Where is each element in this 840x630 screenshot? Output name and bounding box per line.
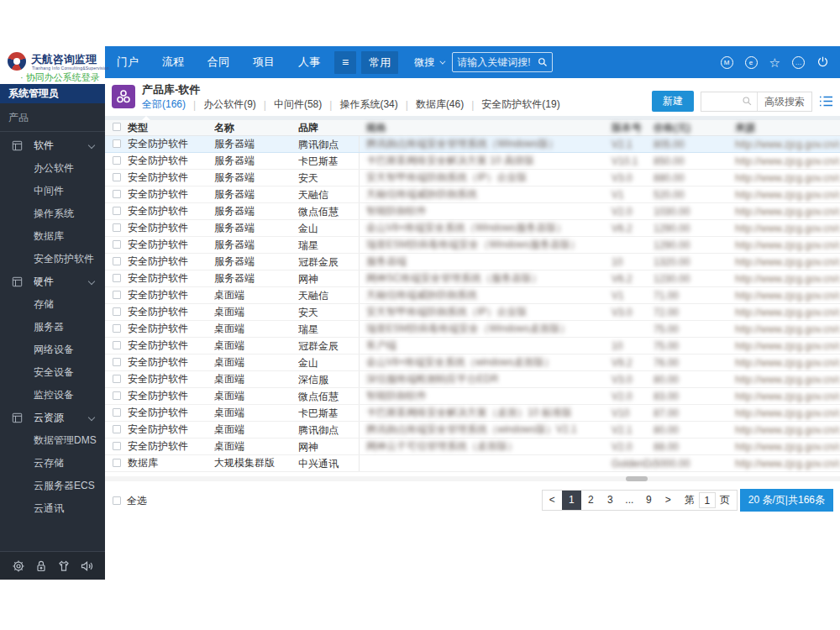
sidebar-item-2-4[interactable]: 安全设备 — [0, 361, 105, 384]
table-row[interactable]: 安全防护软件桌面端深信服深信服终端检测响应平台EDRV3.080.00http:… — [105, 371, 840, 388]
table-row[interactable]: 安全防护软件服务器端金山金山V8+终端安全系统（Windows服务器版）V6.2… — [105, 220, 840, 237]
column-header-7[interactable]: 来源 — [735, 121, 840, 135]
settings-icon[interactable] — [12, 559, 25, 573]
sidebar-item-3-1[interactable]: 数据管理DMS — [0, 429, 105, 452]
table-row[interactable]: 安全防护软件桌面端微点佰慧智能防御软件V2.083.00http://www.z… — [105, 388, 840, 405]
nav-item-4[interactable]: 项目 — [241, 46, 286, 78]
row-checkbox[interactable] — [113, 173, 121, 181]
scrollbar-thumb[interactable] — [626, 476, 648, 481]
table-row[interactable]: 安全防护软件服务器端天融信天融信终端威胁防御系统V1520.00http://w… — [105, 186, 840, 203]
row-checkbox[interactable] — [113, 223, 121, 232]
table-row[interactable]: 安全防护软件桌面端天融信天融信终端威胁防御系统V171.00http://www… — [105, 287, 840, 304]
table-row[interactable]: 安全防护软件桌面端腾讯御点腾讯御点终端安全管理系统（windows版）V2.1V… — [105, 422, 840, 438]
sidebar-item-3-4[interactable]: 云通讯 — [0, 497, 105, 520]
table-row[interactable]: 安全防护软件桌面端瑞星瑞星ESM防病毒终端安全（Windows桌面版）75.00… — [105, 321, 840, 338]
row-checkbox[interactable] — [113, 459, 121, 467]
table-row[interactable]: 安全防护软件服务器端网神网神SC终端安全管理系统（服务器版）V6.21230.0… — [105, 270, 840, 287]
row-checkbox[interactable] — [113, 139, 121, 148]
sidebar-item-1-4[interactable]: 数据库 — [0, 225, 105, 248]
list-view-icon[interactable] — [819, 95, 833, 108]
sidebar-item-1-2[interactable]: 中间件 — [0, 180, 105, 202]
advanced-search-button[interactable]: 高级搜索 — [757, 92, 811, 111]
tab-1[interactable]: 全部(166) — [142, 97, 186, 112]
sidebar-group-1[interactable]: 软件 — [0, 134, 105, 157]
nav-item-5[interactable]: 人事 — [286, 46, 332, 78]
sidebar-item-1-3[interactable]: 操作系统 — [0, 202, 105, 225]
column-header-3[interactable]: 品牌 — [298, 120, 360, 135]
tab-6[interactable]: 安全防护软件(19) — [481, 97, 559, 112]
column-header-5[interactable]: 版本号 — [612, 121, 654, 135]
table-row[interactable]: 安全防护软件服务器端安天安天智甲终端防御系统（IP）企业版V3.0880.00h… — [105, 170, 840, 186]
global-search-input[interactable]: 请输入关键词搜! — [452, 52, 553, 72]
favorites-icon[interactable]: ☆ — [769, 56, 780, 69]
row-checkbox[interactable] — [113, 156, 121, 165]
sidebar-item-2-1[interactable]: 存储 — [0, 293, 105, 316]
pagination-next-button[interactable]: > — [659, 491, 678, 510]
pagination-ellipsis[interactable]: ... — [620, 491, 639, 510]
help-icon[interactable]: e — [745, 56, 758, 69]
jump-page-input[interactable]: 1 — [699, 492, 716, 508]
nav-item-favorites[interactable]: 常用 — [361, 51, 398, 74]
table-row[interactable]: 安全防护软件桌面端网神网神云子可信管理系统（桌面版）V2.088.00http:… — [105, 438, 840, 455]
power-icon[interactable] — [816, 55, 830, 69]
pagination-page-2[interactable]: 2 — [581, 491, 601, 510]
table-row[interactable]: 安全防护软件桌面端卡巴斯基卡巴斯基网络安全解决方案（桌面）10 标准版V1087… — [105, 405, 840, 422]
table-row[interactable]: 安全防护软件服务器端卡巴斯基卡巴斯基网络安全解决方案 10 高级版V10.185… — [105, 153, 840, 170]
tab-5[interactable]: 数据库(46) — [416, 97, 464, 112]
theme-icon[interactable] — [57, 559, 71, 573]
tab-4[interactable]: 操作系统(34) — [339, 97, 397, 112]
horizontal-scrollbar[interactable] — [105, 476, 840, 481]
table-row[interactable]: 安全防护软件桌面端冠群金辰客户端1075.00http://www.zjcg.g… — [105, 338, 840, 354]
sidebar-item-2-2[interactable]: 服务器 — [0, 316, 105, 339]
column-header-6[interactable]: 价格(元) — [654, 121, 735, 135]
table-row[interactable]: 安全防护软件桌面端安天安天智甲终端防御系统（IP）企业版V3.072.00htt… — [105, 304, 840, 321]
sidebar-item-3-2[interactable]: 云存储 — [0, 452, 105, 475]
lock-icon[interactable] — [34, 559, 48, 573]
row-checkbox[interactable] — [113, 324, 121, 333]
select-all-control[interactable]: 全选 — [113, 494, 147, 508]
volume-icon[interactable] — [80, 559, 93, 573]
sidebar-item-3-3[interactable]: 云服务器ECS — [0, 475, 105, 497]
sidebar-group-3[interactable]: 云资源 — [0, 407, 105, 429]
new-button[interactable]: 新建 — [652, 91, 694, 112]
select-all-checkbox[interactable] — [113, 496, 121, 505]
tab-3[interactable]: 中间件(58) — [274, 97, 322, 112]
more-icon[interactable]: … — [792, 56, 805, 69]
row-checkbox[interactable] — [113, 341, 121, 349]
row-checkbox[interactable] — [113, 358, 121, 366]
row-checkbox[interactable] — [113, 442, 121, 450]
table-row[interactable]: 数据库大规模集群版中兴通讯GoldenData s...5000.00http:… — [105, 455, 840, 472]
row-checkbox[interactable] — [113, 274, 121, 282]
nav-item-2[interactable]: 流程 — [150, 46, 196, 78]
sidebar-group-2[interactable]: 硬件 — [0, 270, 105, 293]
row-checkbox[interactable] — [113, 291, 121, 299]
sidebar-item-2-5[interactable]: 监控设备 — [0, 384, 105, 407]
table-row[interactable]: 安全防护软件服务器端瑞星瑞星ESM防病毒终端安全（Windows服务器版）129… — [105, 237, 840, 254]
tab-2[interactable]: 办公软件(9) — [203, 97, 256, 112]
nav-menu-button[interactable]: ≡ — [334, 51, 356, 74]
column-header-1[interactable]: 类型 — [128, 121, 214, 135]
nav-item-1[interactable]: 门户 — [105, 46, 150, 78]
row-checkbox[interactable] — [113, 190, 121, 198]
row-checkbox[interactable] — [113, 207, 121, 215]
sidebar-item-2-3[interactable]: 网络设备 — [0, 339, 105, 361]
pagination-prev-button[interactable]: < — [543, 491, 562, 510]
row-checkbox[interactable] — [113, 408, 121, 417]
row-checkbox[interactable] — [113, 257, 121, 265]
row-checkbox[interactable] — [113, 391, 121, 400]
table-row[interactable]: 安全防护软件服务器端腾讯御点腾讯御点终端安全管理系统（Windows版）V2.1… — [105, 136, 840, 153]
nav-item-3[interactable]: 合同 — [196, 46, 241, 78]
row-checkbox[interactable] — [113, 240, 121, 249]
pagination-page-3[interactable]: 3 — [601, 491, 620, 510]
sidebar-item-1-5[interactable]: 安全防护软件 — [0, 248, 105, 270]
sidebar-item-1-1[interactable]: 办公软件 — [0, 157, 105, 180]
quick-search-input[interactable] — [701, 92, 742, 111]
message-icon[interactable]: M — [721, 56, 733, 69]
row-checkbox[interactable] — [113, 307, 121, 316]
table-row[interactable]: 安全防护软件服务器端微点佰慧智能防御软件V2.01030.00http://ww… — [105, 203, 840, 220]
pagination-page-9[interactable]: 9 — [639, 491, 659, 510]
row-checkbox[interactable] — [113, 375, 121, 383]
table-row[interactable]: 安全防护软件桌面端金山金山V8+终端安全系统（windows桌面版）V9.276… — [105, 354, 840, 371]
table-row[interactable]: 安全防护软件服务器端冠群金辰服务器端101320.00http://www.zj… — [105, 254, 840, 270]
row-checkbox[interactable] — [113, 425, 121, 433]
